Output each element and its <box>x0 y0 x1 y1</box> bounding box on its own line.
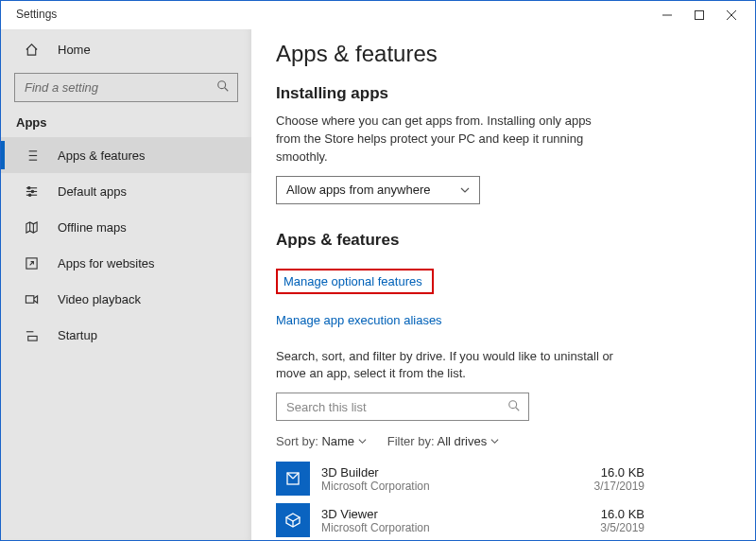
sidebar-home[interactable]: Home <box>1 31 251 67</box>
map-icon <box>22 220 41 235</box>
sidebar-item-startup[interactable]: Startup <box>1 317 251 353</box>
sidebar-item-label: Default apps <box>58 184 127 199</box>
manage-app-aliases-link[interactable]: Manage app execution aliases <box>276 313 442 327</box>
svg-line-5 <box>225 88 229 92</box>
minimize-button[interactable] <box>651 2 683 28</box>
manage-optional-features-link[interactable]: Manage optional features <box>276 269 434 294</box>
app-name: 3D Builder <box>321 465 583 480</box>
defaults-icon <box>22 184 41 199</box>
svg-line-28 <box>293 473 299 479</box>
sidebar-item-label: Offline maps <box>58 220 127 235</box>
filter-by-value: All drives <box>437 434 487 448</box>
install-source-value: Allow apps from anywhere <box>286 183 430 197</box>
svg-point-15 <box>27 186 29 188</box>
search-icon <box>507 399 521 415</box>
svg-point-16 <box>31 190 33 192</box>
app-size: 16.0 KB <box>594 465 644 480</box>
chevron-down-icon <box>490 434 499 448</box>
apps-search-input[interactable] <box>284 399 507 415</box>
sidebar-item-apps-features[interactable]: Apps & features <box>1 137 251 173</box>
apps-list-desc: Search, sort, and filter by drive. If yo… <box>276 348 616 384</box>
app-size: 16.0 KB <box>600 507 644 521</box>
home-icon <box>22 43 41 57</box>
sort-by-label: Sort by: <box>276 434 318 448</box>
close-button[interactable] <box>715 2 747 28</box>
startup-icon <box>22 328 41 342</box>
app-publisher: Microsoft Corporation <box>321 480 583 493</box>
app-date: 3/17/2019 <box>594 480 644 493</box>
installing-apps-desc: Choose where you can get apps from. Inst… <box>276 113 616 166</box>
sidebar-item-apps-for-websites[interactable]: Apps for websites <box>1 245 251 281</box>
apps-search[interactable] <box>276 393 529 421</box>
app-name: 3D Viewer <box>321 507 589 521</box>
sort-by-control[interactable]: Sort by: Name <box>276 434 367 448</box>
sidebar-item-default-apps[interactable]: Default apps <box>1 173 251 209</box>
main-content: Apps & features Installing apps Choose w… <box>251 29 755 540</box>
sidebar-item-offline-maps[interactable]: Offline maps <box>1 209 251 245</box>
svg-point-4 <box>218 81 226 89</box>
sidebar-search[interactable] <box>14 73 238 102</box>
chevron-down-icon <box>358 434 367 448</box>
video-icon <box>22 292 41 306</box>
filter-by-label: Filter by: <box>387 434 435 448</box>
search-icon <box>216 79 230 96</box>
app-date: 3/5/2019 <box>600 521 644 534</box>
sidebar-item-label: Video playback <box>58 292 141 306</box>
svg-line-27 <box>287 473 293 479</box>
app-list-item[interactable]: 3D Viewer Microsoft Corporation 16.0 KB … <box>276 499 644 540</box>
app-tile-icon <box>276 503 310 537</box>
svg-rect-1 <box>696 11 704 20</box>
filter-by-control[interactable]: Filter by: All drives <box>387 434 499 448</box>
app-publisher: Microsoft Corporation <box>321 521 589 534</box>
app-tile-icon <box>276 462 310 496</box>
page-title: Apps & features <box>276 41 727 67</box>
svg-rect-21 <box>26 295 33 303</box>
sidebar: Home Apps Apps & features Default apps <box>1 29 251 540</box>
chevron-down-icon <box>460 183 470 198</box>
sort-by-value: Name <box>321 434 354 448</box>
sidebar-item-label: Startup <box>58 328 97 342</box>
install-source-select[interactable]: Allow apps from anywhere <box>276 176 480 204</box>
open-icon <box>22 256 41 270</box>
sidebar-search-input[interactable] <box>23 79 216 96</box>
sidebar-home-label: Home <box>58 43 91 57</box>
svg-point-24 <box>509 400 517 408</box>
svg-line-25 <box>516 407 520 410</box>
sidebar-item-video-playback[interactable]: Video playback <box>1 281 251 317</box>
app-list-item[interactable]: 3D Builder Microsoft Corporation 16.0 KB… <box>276 458 644 499</box>
apps-features-heading: Apps & features <box>276 231 727 250</box>
list-icon <box>22 148 41 163</box>
maximize-button[interactable] <box>683 2 715 28</box>
window-title: Settings <box>16 8 57 21</box>
sidebar-group-heading: Apps <box>1 112 251 137</box>
svg-rect-23 <box>27 336 36 340</box>
sidebar-item-label: Apps & features <box>58 148 146 163</box>
installing-apps-heading: Installing apps <box>276 84 727 103</box>
sidebar-item-label: Apps for websites <box>58 256 155 270</box>
svg-point-17 <box>28 194 30 196</box>
titlebar: Settings <box>1 1 755 29</box>
